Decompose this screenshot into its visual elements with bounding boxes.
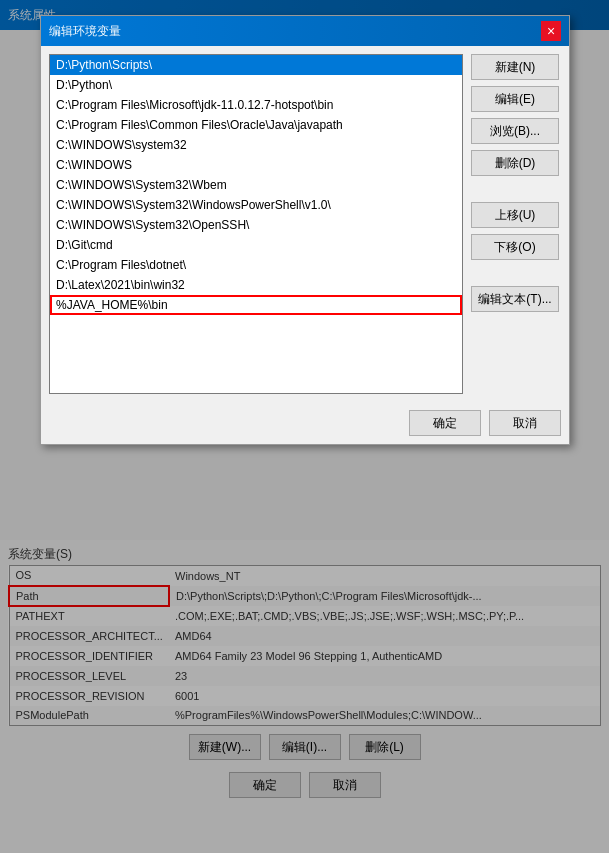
listbox-item[interactable]: C:\Program Files\Microsoft\jdk-11.0.12.7… bbox=[50, 95, 462, 115]
listbox-item[interactable]: C:\WINDOWS\System32\Wbem bbox=[50, 175, 462, 195]
listbox-item[interactable]: D:\Git\cmd bbox=[50, 235, 462, 255]
listbox-item[interactable]: C:\Program Files\dotnet\ bbox=[50, 255, 462, 275]
listbox-item[interactable]: D:\Latex\2021\bin\win32 bbox=[50, 275, 462, 295]
dialog-bottom-buttons: 确定 取消 bbox=[41, 402, 569, 444]
listbox-item[interactable]: D:\Python\Scripts\ bbox=[50, 55, 462, 75]
dialog-body: D:\Python\Scripts\D:\Python\C:\Program F… bbox=[41, 46, 569, 402]
dialog-cancel-button[interactable]: 取消 bbox=[489, 410, 561, 436]
dialog-close-button[interactable]: × bbox=[541, 21, 561, 41]
listbox-item[interactable]: C:\WINDOWS bbox=[50, 155, 462, 175]
listbox-item[interactable]: D:\Python\ bbox=[50, 75, 462, 95]
path-listbox[interactable]: D:\Python\Scripts\D:\Python\C:\Program F… bbox=[49, 54, 463, 394]
edit-env-dialog: 编辑环境变量 × D:\Python\Scripts\D:\Python\C:\… bbox=[40, 15, 570, 445]
move-up-button[interactable]: 上移(U) bbox=[471, 202, 559, 228]
listbox-item[interactable]: %JAVA_HOME%\bin bbox=[50, 295, 462, 315]
listbox-item[interactable]: C:\Program Files\Common Files\Oracle\Jav… bbox=[50, 115, 462, 135]
listbox-item[interactable]: C:\WINDOWS\System32\WindowsPowerShell\v1… bbox=[50, 195, 462, 215]
listbox-item[interactable]: C:\WINDOWS\System32\OpenSSH\ bbox=[50, 215, 462, 235]
dialog-title-text: 编辑环境变量 bbox=[49, 23, 121, 40]
delete-button[interactable]: 删除(D) bbox=[471, 150, 559, 176]
new-button[interactable]: 新建(N) bbox=[471, 54, 559, 80]
dialog-confirm-button[interactable]: 确定 bbox=[409, 410, 481, 436]
edit-button[interactable]: 编辑(E) bbox=[471, 86, 559, 112]
browse-button[interactable]: 浏览(B)... bbox=[471, 118, 559, 144]
dialog-title-bar: 编辑环境变量 × bbox=[41, 16, 569, 46]
move-down-button[interactable]: 下移(O) bbox=[471, 234, 559, 260]
edit-text-button[interactable]: 编辑文本(T)... bbox=[471, 286, 559, 312]
right-buttons-panel: 新建(N) 编辑(E) 浏览(B)... 删除(D) 上移(U) 下移(O) 编… bbox=[471, 54, 561, 394]
listbox-item[interactable]: C:\WINDOWS\system32 bbox=[50, 135, 462, 155]
